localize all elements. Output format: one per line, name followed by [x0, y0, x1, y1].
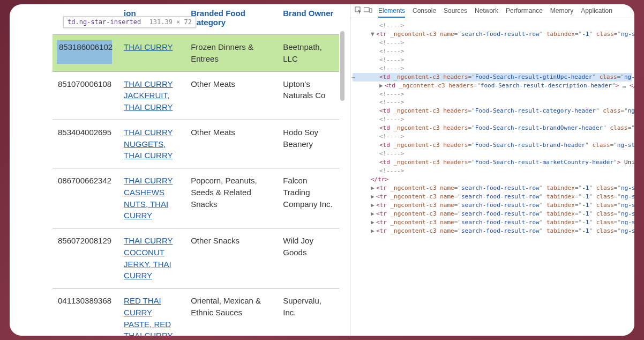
- inspect-icon[interactable]: [354, 6, 363, 16]
- cell-description: RED THAI CURRY PASTE, RED THAI CURRY: [118, 289, 185, 336]
- food-search-results: td.ng-star-inserted 131.39 × 72 ion Bran…: [10, 4, 350, 336]
- cell-category: Popcorn, Peanuts, Seeds & Related Snacks: [185, 168, 278, 228]
- cell-upc: 856072008129: [53, 228, 118, 289]
- devtools-panel: ElementsConsoleSourcesNetworkPerformance…: [350, 4, 634, 336]
- results-table: ion Branded Food Category Brand Owner 85…: [53, 4, 339, 336]
- cell-owner: Wild Joy Goods: [278, 228, 339, 289]
- cell-owner: Falcon Trading Company Inc.: [278, 168, 339, 228]
- devtools-tab-application[interactable]: Application: [581, 5, 612, 18]
- cell-description: THAI CURRY CASHEWS NUTS, THAI CURRY: [118, 168, 185, 228]
- cell-category: Other Meats: [185, 120, 278, 168]
- devtools-tab-elements[interactable]: Elements: [378, 5, 405, 18]
- header-category[interactable]: Branded Food Category: [185, 4, 278, 35]
- devtools-tab-performance[interactable]: Performance: [506, 5, 543, 18]
- devtools-dom-tree[interactable]: <!---->▼<tr _ngcontent-c3 name="search-f…: [350, 18, 634, 336]
- scrollbar[interactable]: [339, 10, 345, 330]
- devtools-tab-console[interactable]: Console: [413, 5, 436, 18]
- cell-upc: 853186006102: [53, 35, 118, 72]
- cell-upc: 851070006108: [53, 71, 118, 120]
- description-link[interactable]: THAI CURRY: [124, 42, 173, 51]
- cell-description: THAI CURRY NUGGETS, THAI CURRY: [118, 120, 185, 168]
- cell-upc: 853404002695: [53, 120, 118, 168]
- header-brand-owner[interactable]: Brand Owner: [278, 4, 339, 35]
- cell-upc: 086700662342: [53, 168, 118, 228]
- cell-owner: Beetnpath, LLC: [278, 35, 339, 72]
- table-row[interactable]: 851070006108THAI CURRY JACKFRUIT, THAI C…: [53, 71, 339, 120]
- table-row[interactable]: 853404002695THAI CURRY NUGGETS, THAI CUR…: [53, 120, 339, 168]
- svg-rect-1: [364, 8, 369, 12]
- table-row[interactable]: 853186006102THAI CURRYFrozen Dinners & E…: [53, 35, 339, 72]
- cell-category: Frozen Dinners & Entrees: [185, 35, 278, 72]
- cell-owner: Upton's Naturals Co: [278, 71, 339, 120]
- description-link[interactable]: RED THAI CURRY PASTE, RED THAI CURRY: [124, 296, 173, 336]
- cell-upc: 041130389368: [53, 289, 118, 336]
- scrollbar-thumb[interactable]: [340, 31, 345, 101]
- devtools-tab-memory[interactable]: Memory: [550, 5, 573, 18]
- cell-category: Other Meats: [185, 71, 278, 120]
- cell-owner: Supervalu, Inc.: [278, 289, 339, 336]
- devtools-tab-sources[interactable]: Sources: [444, 5, 467, 18]
- cell-category: Other Snacks: [185, 228, 278, 289]
- cell-description: THAI CURRY JACKFRUIT, THAI CURRY: [118, 71, 185, 120]
- description-link[interactable]: THAI CURRY NUGGETS, THAI CURRY: [124, 128, 173, 160]
- tooltip-dimensions: 131.39 × 72: [149, 18, 192, 26]
- description-link[interactable]: THAI CURRY COCONUT JERKY, THAI CURRY: [124, 236, 173, 280]
- table-row[interactable]: 041130389368RED THAI CURRY PASTE, RED TH…: [53, 289, 339, 336]
- cell-category: Oriental, Mexican & Ethnic Sauces: [185, 289, 278, 336]
- table-row[interactable]: 086700662342THAI CURRY CASHEWS NUTS, THA…: [53, 168, 339, 228]
- svg-rect-2: [370, 9, 372, 12]
- devtools-tab-network[interactable]: Network: [475, 5, 498, 18]
- devtools-toolbar: ElementsConsoleSourcesNetworkPerformance…: [350, 4, 634, 18]
- description-link[interactable]: THAI CURRY JACKFRUIT, THAI CURRY: [124, 79, 173, 112]
- device-toolbar-icon[interactable]: [363, 7, 373, 15]
- description-link[interactable]: THAI CURRY CASHEWS NUTS, THAI CURRY: [124, 176, 173, 220]
- cell-owner: Hodo Soy Beanery: [278, 120, 339, 168]
- element-inspector-tooltip: td.ng-star-inserted 131.39 × 72: [63, 16, 196, 28]
- cell-description: THAI CURRY: [118, 35, 185, 72]
- tooltip-selector: td.ng-star-inserted: [68, 18, 141, 26]
- cell-description: THAI CURRY COCONUT JERKY, THAI CURRY: [118, 228, 185, 289]
- table-row[interactable]: 856072008129THAI CURRY COCONUT JERKY, TH…: [53, 228, 339, 289]
